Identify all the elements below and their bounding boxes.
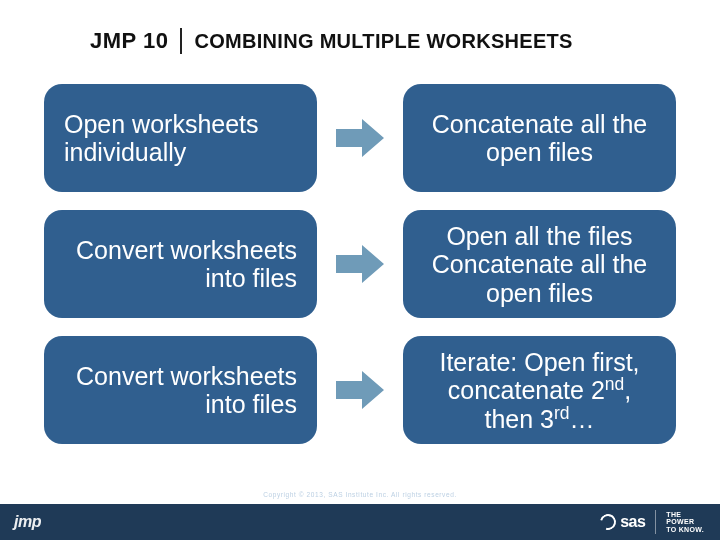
header: JMP 10 COMBINING MULTIPLE WORKSHEETS bbox=[0, 0, 720, 54]
step-right-card: Open all the files Concatenate all the o… bbox=[403, 210, 676, 318]
step-row: Convert worksheets into files Iterate: O… bbox=[44, 336, 676, 444]
sas-logo-block: sas THE POWER TO KNOW. bbox=[600, 510, 704, 534]
arrow-right-icon bbox=[334, 242, 386, 286]
arrow-cell bbox=[327, 210, 393, 318]
slide: JMP 10 COMBINING MULTIPLE WORKSHEETS Ope… bbox=[0, 0, 720, 540]
divider bbox=[655, 510, 656, 534]
arrow-cell bbox=[327, 84, 393, 192]
step-left-card: Convert worksheets into files bbox=[44, 210, 317, 318]
arrow-right-icon bbox=[334, 116, 386, 160]
step-right-text: Open all the files Concatenate all the o… bbox=[423, 222, 656, 308]
slide-title: COMBINING MULTIPLE WORKSHEETS bbox=[182, 30, 572, 53]
step-left-text: Convert worksheets into files bbox=[64, 362, 297, 419]
jmp-version-badge: JMP 10 bbox=[90, 28, 182, 54]
step-left-text: Convert worksheets into files bbox=[64, 236, 297, 293]
step-row: Open worksheets individually Concatenate… bbox=[44, 84, 676, 192]
step-left-card: Convert worksheets into files bbox=[44, 336, 317, 444]
step-row: Convert worksheets into files Open all t… bbox=[44, 210, 676, 318]
step-right-card: Iterate: Open first, concatenate 2nd, th… bbox=[403, 336, 676, 444]
content: Open worksheets individually Concatenate… bbox=[0, 54, 720, 444]
footer-bar: jmp sas THE POWER TO KNOW. bbox=[0, 504, 720, 540]
step-left-card: Open worksheets individually bbox=[44, 84, 317, 192]
sas-swoosh-icon bbox=[597, 511, 619, 533]
arrow-right-icon bbox=[334, 368, 386, 412]
step-right-text: Iterate: Open first, concatenate 2nd, th… bbox=[423, 348, 656, 434]
sas-tagline: THE POWER TO KNOW. bbox=[666, 511, 704, 533]
arrow-cell bbox=[327, 336, 393, 444]
sas-logo-icon: sas bbox=[600, 513, 645, 531]
sas-logo-text: sas bbox=[620, 513, 645, 531]
step-left-text: Open worksheets individually bbox=[64, 110, 297, 167]
step-right-text: Concatenate all the open files bbox=[423, 110, 656, 167]
copyright-text: Copyright © 2013, SAS Institute Inc. All… bbox=[263, 491, 457, 498]
step-right-card: Concatenate all the open files bbox=[403, 84, 676, 192]
jmp-logo-icon: jmp bbox=[14, 513, 41, 531]
